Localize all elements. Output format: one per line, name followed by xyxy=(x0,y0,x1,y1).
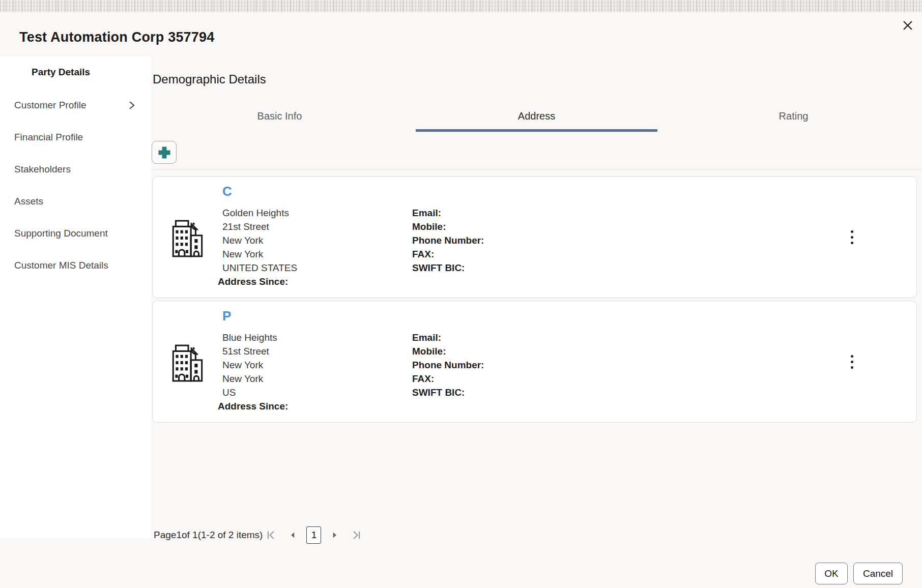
page-background-texture xyxy=(0,0,922,12)
sidebar-item-label: Customer MIS Details xyxy=(14,260,108,271)
first-page-icon xyxy=(266,530,277,541)
fax-label: FAX: xyxy=(412,372,484,386)
sidebar-item-customer-profile[interactable]: Customer Profile xyxy=(0,89,151,121)
party-details-modal: Test Automation Corp 357794 Party Detail… xyxy=(0,12,922,588)
sidebar-item-supporting-document[interactable]: Supporting Document xyxy=(0,217,151,249)
page-of-label: of 1 xyxy=(182,530,198,541)
sidebar-item-label: Assets xyxy=(14,196,43,207)
pagination: Page 1 of 1 (1-2 of 2 items) 1 xyxy=(154,523,369,547)
address-line: US xyxy=(222,386,288,399)
next-page-icon xyxy=(329,530,339,540)
tab-label: Rating xyxy=(779,110,809,122)
tab-label: Address xyxy=(518,110,555,122)
address-card-corporate: C xyxy=(152,176,917,298)
address-line: New York xyxy=(222,358,288,372)
sidebar: Party Details Customer Profile Financial… xyxy=(0,56,151,538)
address-block: Golden Heights 21st Street New York New … xyxy=(222,206,297,288)
section-divider xyxy=(151,169,922,170)
sidebar-header: Party Details xyxy=(0,56,151,78)
address-card-list: C xyxy=(152,176,917,423)
address-line: Golden Heights xyxy=(222,206,297,220)
building-icon xyxy=(169,343,206,384)
address-line: New York xyxy=(222,233,297,247)
items-summary: (1-2 of 2 items) xyxy=(198,530,263,541)
next-page-button[interactable] xyxy=(326,526,343,544)
kebab-menu-icon[interactable] xyxy=(843,226,860,248)
previous-page-icon xyxy=(288,530,298,540)
sidebar-item-label: Supporting Document xyxy=(14,228,108,239)
swift-bic-label: SWIFT BIC: xyxy=(412,386,484,399)
screen: Test Automation Corp 357794 Party Detail… xyxy=(0,0,922,588)
address-line: Blue Heights xyxy=(222,331,288,344)
current-page-value: 1 xyxy=(176,530,182,541)
contact-labels: Email: Mobile: Phone Number: FAX: SWIFT … xyxy=(412,206,484,275)
cancel-button[interactable]: Cancel xyxy=(853,563,903,584)
previous-page-button[interactable] xyxy=(284,526,302,544)
mobile-label: Mobile: xyxy=(412,220,484,233)
sidebar-item-label: Customer Profile xyxy=(14,100,87,111)
phone-number-label: Phone Number: xyxy=(412,233,484,247)
address-block: Blue Heights 51st Street New York New Yo… xyxy=(222,331,288,413)
first-page-button[interactable] xyxy=(263,526,280,544)
tab-bar: Basic Info Address Rating xyxy=(151,106,922,132)
kebab-menu-icon[interactable] xyxy=(843,350,860,373)
last-page-button[interactable] xyxy=(348,526,365,544)
active-tab-underline xyxy=(416,129,657,132)
mobile-label: Mobile: xyxy=(412,344,484,358)
tab-address[interactable]: Address xyxy=(408,106,665,132)
close-button[interactable] xyxy=(899,16,917,35)
phone-number-label: Phone Number: xyxy=(412,358,484,372)
address-card-permanent: P xyxy=(152,301,917,423)
fax-label: FAX: xyxy=(412,247,484,261)
close-icon xyxy=(902,19,914,32)
tab-rating[interactable]: Rating xyxy=(665,106,922,132)
address-line: New York xyxy=(222,247,297,261)
address-line: 51st Street xyxy=(222,344,288,358)
page-label: Page xyxy=(154,530,176,541)
sidebar-item-customer-mis-details[interactable]: Customer MIS Details xyxy=(0,249,151,281)
address-line: New York xyxy=(222,372,288,386)
sidebar-item-label: Financial Profile xyxy=(14,132,83,143)
modal-title: Test Automation Corp 357794 xyxy=(19,30,214,45)
sidebar-nav: Customer Profile Financial Profile Stake… xyxy=(0,89,151,281)
sidebar-item-financial-profile[interactable]: Financial Profile xyxy=(0,121,151,153)
tab-label: Basic Info xyxy=(257,110,302,122)
tab-basic-info[interactable]: Basic Info xyxy=(151,106,408,132)
address-line: UNITED STATES xyxy=(222,261,297,275)
address-since-label: Address Since: xyxy=(218,399,288,413)
building-icon xyxy=(169,218,206,259)
sidebar-item-stakeholders[interactable]: Stakeholders xyxy=(0,153,151,185)
email-label: Email: xyxy=(412,206,484,220)
footer-actions: OK Cancel xyxy=(0,563,922,585)
add-address-button[interactable] xyxy=(152,141,177,164)
last-page-icon xyxy=(351,530,362,541)
sidebar-item-label: Stakeholders xyxy=(14,164,71,175)
address-type-letter[interactable]: C xyxy=(222,184,232,199)
email-label: Email: xyxy=(412,331,484,344)
address-line: 21st Street xyxy=(222,220,297,233)
chevron-right-icon xyxy=(128,101,136,110)
contact-labels: Email: Mobile: Phone Number: FAX: SWIFT … xyxy=(412,331,484,399)
page-number-box[interactable]: 1 xyxy=(306,526,321,544)
address-since-label: Address Since: xyxy=(218,275,297,288)
page-title: Demographic Details xyxy=(153,72,266,86)
swift-bic-label: SWIFT BIC: xyxy=(412,261,484,275)
content-area: Demographic Details Basic Info Address R… xyxy=(151,56,922,538)
sidebar-item-assets[interactable]: Assets xyxy=(0,185,151,217)
address-type-letter[interactable]: P xyxy=(222,308,231,324)
ok-button[interactable]: OK xyxy=(815,563,848,584)
plus-icon xyxy=(156,144,173,161)
